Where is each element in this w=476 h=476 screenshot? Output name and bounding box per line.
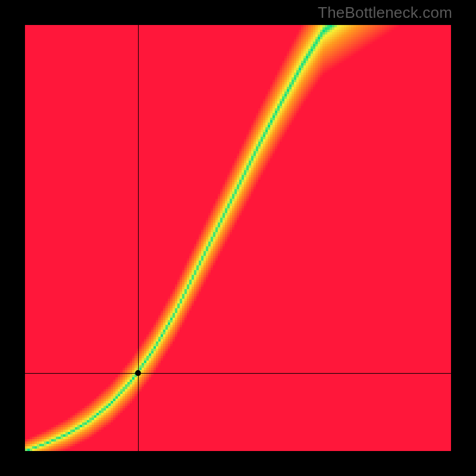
watermark-label: TheBottleneck.com — [318, 4, 452, 22]
selected-point-marker — [135, 370, 141, 376]
chart-frame: TheBottleneck.com — [0, 0, 476, 476]
crosshair-vertical — [138, 25, 139, 451]
crosshair-horizontal — [25, 373, 451, 374]
bottleneck-heatmap — [25, 25, 451, 451]
